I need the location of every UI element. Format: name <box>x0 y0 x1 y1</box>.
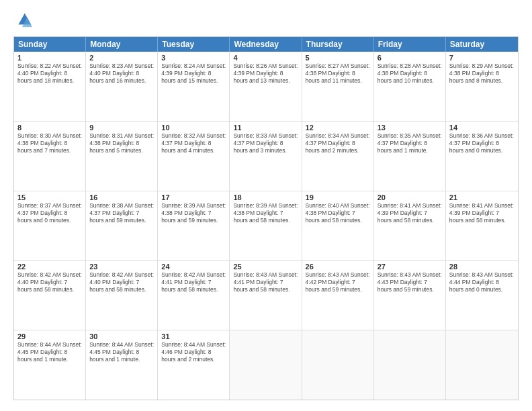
day-number: 5 <box>306 54 370 62</box>
day-number: 19 <box>306 193 370 201</box>
empty-cell <box>374 330 446 400</box>
day-number: 11 <box>233 124 298 132</box>
day-info: Sunrise: 8:22 AM Sunset: 4:40 PM Dayligh… <box>17 62 82 85</box>
day-number: 30 <box>89 332 154 340</box>
calendar: SundayMondayTuesdayWednesdayThursdayFrid… <box>13 36 519 400</box>
day-info: Sunrise: 8:41 AM Sunset: 4:39 PM Dayligh… <box>378 202 442 224</box>
day-cell-11: 11Sunrise: 8:33 AM Sunset: 4:37 PM Dayli… <box>230 122 302 191</box>
day-cell-10: 10Sunrise: 8:32 AM Sunset: 4:37 PM Dayli… <box>158 122 230 191</box>
day-info: Sunrise: 8:24 AM Sunset: 4:39 PM Dayligh… <box>161 62 226 85</box>
day-info: Sunrise: 8:29 AM Sunset: 4:38 PM Dayligh… <box>449 62 515 85</box>
day-number: 16 <box>89 193 154 201</box>
day-number: 12 <box>306 124 370 132</box>
week-row-5: 29Sunrise: 8:44 AM Sunset: 4:45 PM Dayli… <box>14 330 518 400</box>
day-info: Sunrise: 8:33 AM Sunset: 4:37 PM Dayligh… <box>233 132 298 154</box>
day-number: 2 <box>89 54 154 62</box>
day-number: 25 <box>233 263 298 271</box>
day-info: Sunrise: 8:43 AM Sunset: 4:42 PM Dayligh… <box>306 271 370 293</box>
day-number: 14 <box>449 124 515 132</box>
logo-icon <box>13 11 32 30</box>
week-row-4: 22Sunrise: 8:42 AM Sunset: 4:40 PM Dayli… <box>14 260 518 330</box>
calendar-body: 1Sunrise: 8:22 AM Sunset: 4:40 PM Daylig… <box>14 52 518 400</box>
day-info: Sunrise: 8:35 AM Sunset: 4:37 PM Dayligh… <box>378 132 442 154</box>
day-cell-31: 31Sunrise: 8:44 AM Sunset: 4:46 PM Dayli… <box>158 330 230 400</box>
day-number: 29 <box>17 332 82 340</box>
day-cell-3: 3Sunrise: 8:24 AM Sunset: 4:39 PM Daylig… <box>158 52 230 121</box>
day-number: 28 <box>449 263 515 271</box>
day-number: 21 <box>449 193 515 201</box>
day-number: 26 <box>306 263 370 271</box>
day-info: Sunrise: 8:43 AM Sunset: 4:43 PM Dayligh… <box>378 271 442 293</box>
day-cell-17: 17Sunrise: 8:39 AM Sunset: 4:38 PM Dayli… <box>158 191 230 261</box>
day-info: Sunrise: 8:30 AM Sunset: 4:38 PM Dayligh… <box>17 132 82 154</box>
day-cell-21: 21Sunrise: 8:41 AM Sunset: 4:39 PM Dayli… <box>446 191 518 261</box>
header-day-wednesday: Wednesday <box>230 37 302 52</box>
day-info: Sunrise: 8:38 AM Sunset: 4:37 PM Dayligh… <box>89 202 154 224</box>
day-info: Sunrise: 8:42 AM Sunset: 4:41 PM Dayligh… <box>161 271 226 293</box>
day-cell-23: 23Sunrise: 8:42 AM Sunset: 4:40 PM Dayli… <box>86 261 158 330</box>
day-info: Sunrise: 8:44 AM Sunset: 4:46 PM Dayligh… <box>161 341 226 363</box>
day-number: 20 <box>378 193 442 201</box>
day-number: 3 <box>161 54 226 62</box>
day-cell-16: 16Sunrise: 8:38 AM Sunset: 4:37 PM Dayli… <box>86 191 158 261</box>
logo <box>13 11 35 30</box>
day-cell-29: 29Sunrise: 8:44 AM Sunset: 4:45 PM Dayli… <box>14 330 86 400</box>
day-cell-5: 5Sunrise: 8:27 AM Sunset: 4:38 PM Daylig… <box>302 52 374 121</box>
day-cell-30: 30Sunrise: 8:44 AM Sunset: 4:45 PM Dayli… <box>86 330 158 400</box>
week-row-2: 8Sunrise: 8:30 AM Sunset: 4:38 PM Daylig… <box>14 121 518 191</box>
day-number: 31 <box>161 332 226 340</box>
day-cell-7: 7Sunrise: 8:29 AM Sunset: 4:38 PM Daylig… <box>446 52 518 121</box>
day-cell-13: 13Sunrise: 8:35 AM Sunset: 4:37 PM Dayli… <box>374 122 446 191</box>
day-info: Sunrise: 8:39 AM Sunset: 4:38 PM Dayligh… <box>161 202 226 224</box>
day-number: 17 <box>161 193 226 201</box>
day-number: 6 <box>378 54 442 62</box>
day-number: 18 <box>233 193 298 201</box>
day-info: Sunrise: 8:42 AM Sunset: 4:40 PM Dayligh… <box>89 271 154 293</box>
day-number: 24 <box>161 263 226 271</box>
day-info: Sunrise: 8:40 AM Sunset: 4:38 PM Dayligh… <box>306 202 370 224</box>
day-number: 9 <box>89 124 154 132</box>
day-info: Sunrise: 8:31 AM Sunset: 4:38 PM Dayligh… <box>89 132 154 154</box>
header-day-friday: Friday <box>374 37 446 52</box>
header-day-saturday: Saturday <box>446 37 518 52</box>
header-day-monday: Monday <box>86 37 158 52</box>
day-info: Sunrise: 8:32 AM Sunset: 4:37 PM Dayligh… <box>161 132 226 154</box>
day-number: 22 <box>17 263 82 271</box>
day-cell-27: 27Sunrise: 8:43 AM Sunset: 4:43 PM Dayli… <box>374 261 446 330</box>
day-cell-18: 18Sunrise: 8:39 AM Sunset: 4:38 PM Dayli… <box>230 191 302 261</box>
day-cell-6: 6Sunrise: 8:28 AM Sunset: 4:38 PM Daylig… <box>374 52 446 121</box>
day-number: 23 <box>89 263 154 271</box>
day-cell-12: 12Sunrise: 8:34 AM Sunset: 4:37 PM Dayli… <box>302 122 374 191</box>
week-row-1: 1Sunrise: 8:22 AM Sunset: 4:40 PM Daylig… <box>14 52 518 121</box>
header-day-thursday: Thursday <box>302 37 374 52</box>
day-info: Sunrise: 8:37 AM Sunset: 4:37 PM Dayligh… <box>17 202 82 224</box>
day-info: Sunrise: 8:27 AM Sunset: 4:38 PM Dayligh… <box>306 62 370 85</box>
day-info: Sunrise: 8:28 AM Sunset: 4:38 PM Dayligh… <box>378 62 442 85</box>
day-number: 10 <box>161 124 226 132</box>
day-number: 27 <box>378 263 442 271</box>
empty-cell <box>302 330 374 400</box>
day-info: Sunrise: 8:41 AM Sunset: 4:39 PM Dayligh… <box>449 202 515 224</box>
week-row-3: 15Sunrise: 8:37 AM Sunset: 4:37 PM Dayli… <box>14 191 518 261</box>
page: SundayMondayTuesdayWednesdayThursdayFrid… <box>0 0 532 411</box>
header <box>13 11 519 30</box>
day-cell-2: 2Sunrise: 8:23 AM Sunset: 4:40 PM Daylig… <box>86 52 158 121</box>
day-info: Sunrise: 8:23 AM Sunset: 4:40 PM Dayligh… <box>89 62 154 85</box>
day-cell-26: 26Sunrise: 8:43 AM Sunset: 4:42 PM Dayli… <box>302 261 374 330</box>
day-info: Sunrise: 8:44 AM Sunset: 4:45 PM Dayligh… <box>89 341 154 363</box>
day-cell-8: 8Sunrise: 8:30 AM Sunset: 4:38 PM Daylig… <box>14 122 86 191</box>
header-day-tuesday: Tuesday <box>158 37 230 52</box>
day-cell-24: 24Sunrise: 8:42 AM Sunset: 4:41 PM Dayli… <box>158 261 230 330</box>
day-number: 1 <box>17 54 82 62</box>
day-cell-1: 1Sunrise: 8:22 AM Sunset: 4:40 PM Daylig… <box>14 52 86 121</box>
day-cell-20: 20Sunrise: 8:41 AM Sunset: 4:39 PM Dayli… <box>374 191 446 261</box>
empty-cell <box>230 330 302 400</box>
day-number: 15 <box>17 193 82 201</box>
header-day-sunday: Sunday <box>14 37 86 52</box>
day-cell-15: 15Sunrise: 8:37 AM Sunset: 4:37 PM Dayli… <box>14 191 86 261</box>
day-info: Sunrise: 8:44 AM Sunset: 4:45 PM Dayligh… <box>17 341 82 363</box>
day-info: Sunrise: 8:43 AM Sunset: 4:44 PM Dayligh… <box>449 271 515 293</box>
day-number: 7 <box>449 54 515 62</box>
day-cell-9: 9Sunrise: 8:31 AM Sunset: 4:38 PM Daylig… <box>86 122 158 191</box>
day-cell-19: 19Sunrise: 8:40 AM Sunset: 4:38 PM Dayli… <box>302 191 374 261</box>
